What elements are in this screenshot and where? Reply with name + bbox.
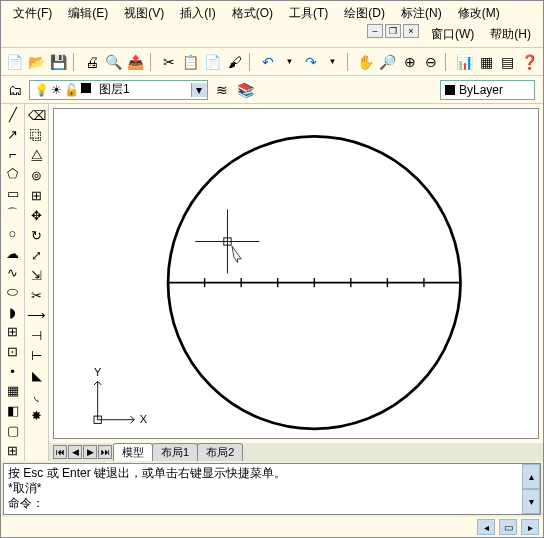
break-icon[interactable]: ⊣: [27, 326, 47, 344]
new-icon[interactable]: 📄: [5, 52, 24, 72]
fillet-icon[interactable]: ◟: [27, 386, 47, 404]
hscroll-right-icon[interactable]: ▸: [521, 519, 539, 535]
tab-model[interactable]: 模型: [113, 443, 153, 461]
zoom-prev-icon[interactable]: ⊖: [422, 52, 441, 72]
paste-icon[interactable]: 📄: [203, 52, 222, 72]
scale-icon[interactable]: ⤢: [27, 246, 47, 264]
polygon-icon[interactable]: ⬠: [3, 165, 23, 183]
color-combo[interactable]: ByLayer: [440, 80, 535, 100]
zoom-rt-icon[interactable]: 🔎: [378, 52, 397, 72]
copy-icon[interactable]: 📋: [181, 52, 200, 72]
ellipse-arc-icon[interactable]: ◗: [3, 303, 23, 321]
help-icon[interactable]: ❓: [520, 52, 539, 72]
layer-name: 图层1: [95, 81, 191, 98]
cut-icon[interactable]: ✂: [160, 52, 179, 72]
array-icon[interactable]: ⊞: [27, 186, 47, 204]
region-icon[interactable]: ▢: [3, 422, 23, 440]
undo-icon[interactable]: ↶: [259, 52, 278, 72]
join-icon[interactable]: ⊢: [27, 346, 47, 364]
table-icon[interactable]: ⊞: [3, 441, 23, 459]
cmd-line-2: *取消*: [8, 481, 518, 496]
open-icon[interactable]: 📂: [27, 52, 46, 72]
scroll-down-icon[interactable]: ▾: [522, 489, 540, 514]
tool-palette-icon[interactable]: ▤: [499, 52, 518, 72]
menu-draw[interactable]: 绘图(D): [336, 3, 393, 24]
layer-state-icons: 💡 ☀ 🔓: [30, 83, 95, 97]
menu-modify[interactable]: 修改(M): [450, 3, 508, 24]
redo-icon[interactable]: ↷: [302, 52, 321, 72]
menu-format[interactable]: 格式(O): [224, 3, 281, 24]
layout-tabs: ⏮ ◀ ▶ ⏭ 模型 布局1 布局2: [49, 443, 543, 461]
menu-annotate[interactable]: 标注(N): [393, 3, 450, 24]
menu-tools[interactable]: 工具(T): [281, 3, 336, 24]
tab-last-icon[interactable]: ⏭: [98, 445, 112, 459]
move-icon[interactable]: ✥: [27, 206, 47, 224]
hscroll-thumb[interactable]: ▭: [499, 519, 517, 535]
hscroll-left-icon[interactable]: ◂: [477, 519, 495, 535]
close-button[interactable]: ×: [403, 24, 419, 38]
properties-icon[interactable]: 📊: [455, 52, 474, 72]
tab-next-icon[interactable]: ▶: [83, 445, 97, 459]
print-icon[interactable]: 🖨: [83, 52, 102, 72]
revcloud-icon[interactable]: ☁: [3, 244, 23, 262]
polyline-icon[interactable]: ⌐: [3, 145, 23, 163]
publish-icon[interactable]: 📤: [126, 52, 145, 72]
line-icon[interactable]: ╱: [3, 106, 23, 124]
drawing-canvas[interactable]: X Y: [53, 108, 539, 439]
stretch-icon[interactable]: ⇲: [27, 266, 47, 284]
extend-icon[interactable]: ⟶: [27, 306, 47, 324]
cmd-prompt[interactable]: 命令：: [8, 496, 518, 511]
menu-file[interactable]: 文件(F): [5, 3, 60, 24]
hscroll-buttons: ◂ ▭ ▸: [1, 517, 543, 537]
restore-button[interactable]: ❐: [385, 24, 401, 38]
menu-insert[interactable]: 插入(I): [172, 3, 223, 24]
menu-window[interactable]: 窗口(W): [423, 24, 482, 45]
layer-dropdown-icon[interactable]: ▾: [191, 83, 207, 97]
tab-first-icon[interactable]: ⏮: [53, 445, 67, 459]
hatch-icon[interactable]: ▦: [3, 382, 23, 400]
bulb-icon: 💡: [34, 83, 49, 97]
ellipse-icon[interactable]: ⬭: [3, 284, 23, 302]
layer-prev-icon[interactable]: ≋: [212, 80, 232, 100]
save-icon[interactable]: 💾: [49, 52, 68, 72]
menu-edit[interactable]: 编辑(E): [60, 3, 116, 24]
circle-icon[interactable]: ○: [3, 225, 23, 243]
trim-icon[interactable]: ✂: [27, 286, 47, 304]
layer-combo[interactable]: 💡 ☀ 🔓 图层1 ▾: [29, 80, 208, 100]
minimize-button[interactable]: –: [367, 24, 383, 38]
scroll-up-icon[interactable]: ▴: [522, 464, 540, 489]
cmd-scrollbar[interactable]: ▴ ▾: [522, 464, 540, 514]
point-icon[interactable]: •: [3, 362, 23, 380]
axis-y-label: Y: [94, 366, 102, 378]
spline-icon[interactable]: ∿: [3, 264, 23, 282]
tab-layout2[interactable]: 布局2: [197, 443, 243, 461]
rotate-icon[interactable]: ↻: [27, 226, 47, 244]
tab-layout1[interactable]: 布局1: [152, 443, 198, 461]
tab-prev-icon[interactable]: ◀: [68, 445, 82, 459]
offset-icon[interactable]: ⊚: [27, 166, 47, 184]
matchprop-icon[interactable]: 🖌: [225, 52, 244, 72]
sheet-set-icon[interactable]: ▦: [477, 52, 496, 72]
zoom-win-icon[interactable]: ⊕: [400, 52, 419, 72]
copy-obj-icon[interactable]: ⿻: [27, 126, 47, 144]
insert-block-icon[interactable]: ⊞: [3, 323, 23, 341]
xline-icon[interactable]: ↗: [3, 126, 23, 144]
explode-icon[interactable]: ✸: [27, 406, 47, 424]
erase-icon[interactable]: ⌫: [27, 106, 47, 124]
redo-drop-icon[interactable]: ▼: [323, 52, 342, 72]
arc-icon[interactable]: ⌒: [3, 205, 23, 223]
preview-icon[interactable]: 🔍: [104, 52, 123, 72]
menu-help[interactable]: 帮助(H): [482, 24, 539, 45]
chamfer-icon[interactable]: ◣: [27, 366, 47, 384]
rectangle-icon[interactable]: ▭: [3, 185, 23, 203]
layer-manager-icon[interactable]: 🗂: [5, 80, 25, 100]
command-history[interactable]: 按 Esc 或 Enter 键退出，或单击右键显示快捷菜单。 *取消* 命令：: [4, 464, 522, 514]
layer-states-icon[interactable]: 📚: [236, 80, 256, 100]
axis-x-label: X: [140, 413, 148, 425]
make-block-icon[interactable]: ⊡: [3, 343, 23, 361]
mirror-icon[interactable]: ⧋: [27, 146, 47, 164]
menu-view[interactable]: 视图(V): [116, 3, 172, 24]
pan-icon[interactable]: ✋: [356, 52, 375, 72]
gradient-icon[interactable]: ◧: [3, 402, 23, 420]
undo-drop-icon[interactable]: ▼: [280, 52, 299, 72]
